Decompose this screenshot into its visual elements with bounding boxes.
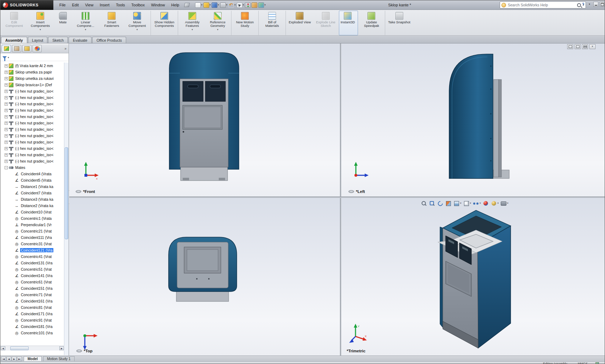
expand-toggle[interactable]: + [5, 83, 8, 87]
expand-toggle[interactable]: + [5, 77, 8, 80]
tree-item[interactable]: - Mates [0, 164, 64, 171]
ribbon-button[interactable]: Update Speedpak ▾ [359, 11, 385, 35]
status-units[interactable]: MMGS [578, 362, 588, 364]
expand-toggle[interactable]: + [5, 71, 8, 74]
help-menu-caret-icon[interactable]: ▾ [587, 2, 592, 7]
expand-toggle[interactable]: + [5, 96, 8, 99]
tree-item[interactable]: + Sklop bravica<1> (Def [0, 82, 64, 88]
heads-up-button[interactable]: ▾ [420, 200, 428, 206]
menu-pin-icon[interactable] [184, 3, 190, 7]
tree-item[interactable]: + (-) hex nut gradec_iso< [0, 139, 64, 145]
dropdown-caret-icon[interactable]: ▾ [480, 202, 481, 205]
tree-item[interactable]: + (-) hex nut gradec_iso< [0, 152, 64, 158]
mate-item[interactable]: Coincident121 (Vra [0, 247, 64, 253]
command-tab[interactable]: Layout [28, 37, 48, 43]
document-window-button[interactable] [589, 44, 595, 49]
menu-item[interactable]: Window [148, 1, 168, 8]
document-window-button[interactable] [582, 44, 588, 49]
expand-toggle[interactable]: + [5, 141, 8, 144]
mate-item[interactable]: Concentric21 (Vrat [0, 228, 64, 234]
panel-overflow-chevron[interactable]: » [64, 47, 66, 51]
scrollbar-thumb[interactable] [65, 147, 68, 239]
mate-item[interactable]: Concentric91 (Vrat [0, 317, 64, 323]
tree-item[interactable]: + Sklop umetka za rukavi [0, 75, 64, 82]
bottom-tab[interactable]: Motion Study 1 [43, 356, 75, 361]
mate-item[interactable]: Coincident171 (Vra [0, 311, 64, 317]
expand-toggle[interactable]: + [5, 134, 8, 137]
viewport-splitter-vertical[interactable] [340, 43, 341, 356]
heads-up-button[interactable]: ▾ [428, 200, 436, 206]
quick-toolbar-button[interactable]: ▾ [204, 2, 211, 8]
dropdown-caret-icon[interactable]: ▾ [460, 202, 462, 205]
tree-item[interactable]: + (f) Vrata kante Al 2 mm [0, 63, 64, 69]
propertymanager-tab[interactable] [12, 45, 21, 52]
ribbon-button[interactable]: Bill of Materials ▾ [260, 11, 286, 35]
mate-item[interactable]: Concentric1 (Vrata [0, 215, 64, 222]
expand-toggle[interactable]: + [5, 153, 8, 157]
ribbon-button[interactable]: Show Hidden Components ▾ [152, 11, 178, 35]
expand-toggle[interactable]: + [5, 115, 8, 118]
tree-item[interactable]: + (-) hex nut gradec_iso< [0, 126, 64, 133]
ribbon-button[interactable]: Reference Geometry ▾ [205, 11, 231, 35]
dropdown-caret-icon[interactable]: ▾ [498, 202, 499, 205]
ribbon-button[interactable]: Assembly Features ▾ [179, 11, 205, 35]
quick-toolbar-button[interactable]: ▾ [258, 2, 266, 8]
quick-tips-icon[interactable] [595, 362, 599, 364]
expand-toggle[interactable]: + [5, 122, 8, 125]
tree-item[interactable]: + (-) hex nut gradec_iso< [0, 101, 64, 107]
expand-toggle[interactable]: + [5, 160, 8, 163]
tab-nav-button[interactable]: ◀ [6, 357, 11, 361]
menu-item[interactable]: File [56, 1, 69, 8]
dropdown-caret-icon[interactable]: ▾ [507, 202, 509, 205]
ribbon-button[interactable]: Explode Line Sketch ▾ [313, 11, 339, 35]
mate-item[interactable]: Coincident151 (Vra [0, 285, 64, 292]
tree-horizontal-scrollbar[interactable]: ◀ ▶ [0, 346, 64, 351]
ribbon-button[interactable]: Take Snapshot ▾ [386, 11, 412, 35]
expand-toggle[interactable]: + [5, 102, 8, 106]
quick-toolbar-button[interactable]: ▾ [245, 2, 251, 8]
dropdown-caret-icon[interactable]: ▾ [234, 4, 236, 6]
dropdown-caret-icon[interactable]: ▾ [210, 4, 211, 6]
ribbon-button[interactable]: Exploded View ▾ [287, 11, 313, 35]
mate-item[interactable]: Coincident181 (Vra [0, 323, 64, 330]
mate-item[interactable]: Concentric71 (Vrat [0, 292, 64, 298]
quick-toolbar-button[interactable]: ▾ [252, 2, 257, 8]
scroll-right-button[interactable]: ▶ [59, 346, 64, 350]
expand-toggle[interactable]: - [5, 166, 8, 169]
dropdown-caret-icon[interactable]: ▾ [243, 4, 244, 6]
ribbon-button[interactable]: New Motion Study ▾ [233, 11, 259, 35]
mate-item[interactable]: Coincident5 (Vrata [0, 177, 64, 183]
tree-item[interactable]: + (-) hex nut gradec_iso< [0, 107, 64, 113]
expand-toggle[interactable]: + [5, 90, 8, 93]
dropdown-caret-icon[interactable]: ▾ [136, 28, 138, 31]
mate-item[interactable]: Distance1 (Vrata ka [0, 183, 64, 190]
bottom-tab[interactable]: Model [24, 356, 42, 361]
dropdown-caret-icon[interactable]: ▾ [192, 28, 193, 31]
expand-toggle[interactable]: + [5, 64, 8, 67]
ribbon-button[interactable]: Edit Component ▾ [1, 11, 27, 35]
expand-toggle[interactable]: + [5, 109, 8, 112]
ribbon-button[interactable]: Insert Components ▾ [27, 11, 53, 35]
model-left-view[interactable] [444, 52, 511, 180]
dropdown-caret-icon[interactable]: ▾ [470, 202, 471, 205]
dropdown-caret-icon[interactable]: ▾ [226, 4, 228, 6]
menu-item[interactable]: Tools [113, 1, 128, 8]
tab-nav-button[interactable]: ▶ [12, 357, 17, 361]
quick-toolbar-button[interactable]: ▾ [212, 2, 219, 8]
help-icon[interactable]: ? [581, 2, 586, 7]
mate-item[interactable]: Coincident7 (Vrata [0, 190, 64, 196]
restore-button[interactable] [600, 2, 605, 7]
mate-item[interactable]: Concentric81 (Vrat [0, 304, 64, 311]
document-window-button[interactable] [575, 44, 581, 49]
help-search-box[interactable]: Search SolidWorks Help ▾ [500, 1, 586, 8]
mate-item[interactable]: Coincident131 (Vra [0, 260, 64, 266]
heads-up-button[interactable]: ▾ [482, 200, 489, 206]
dropdown-caret-icon[interactable]: ▾ [218, 4, 219, 6]
dropdown-caret-icon[interactable]: ▾ [264, 4, 266, 6]
scrollbar-thumb[interactable] [10, 346, 29, 350]
tree-item[interactable]: + Sklop umetka za papir [0, 69, 64, 75]
menu-item[interactable]: Help [168, 1, 183, 8]
mate-item[interactable]: Coincident111 (Vra [0, 234, 64, 241]
command-tab[interactable]: Sketch [48, 37, 68, 43]
menu-item[interactable]: Toolbox [128, 1, 148, 8]
